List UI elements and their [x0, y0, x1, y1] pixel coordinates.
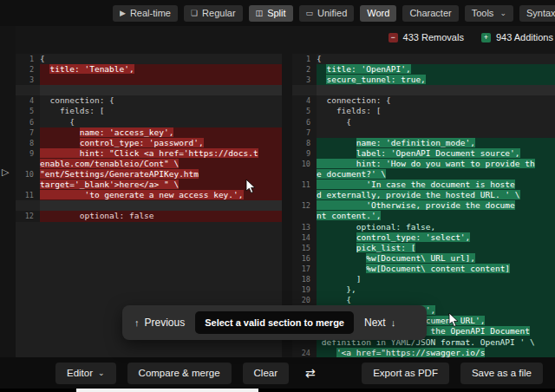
- mouse-cursor-icon: [245, 179, 256, 194]
- export-pdf-button[interactable]: Export as PDF: [362, 363, 449, 384]
- code-line: %w[Document\ content content]: [317, 264, 555, 274]
- line-number: 4: [16, 95, 40, 106]
- diff-row[interactable]: 12 optional: false: [16, 211, 282, 221]
- diff-row[interactable]: 11 'to generate a new access key.',: [16, 190, 282, 200]
- previous-change-button[interactable]: ↑ Previous: [134, 317, 185, 329]
- additions-stat: + 943 Additions: [481, 32, 553, 42]
- line-number: 2: [16, 64, 40, 75]
- code-line: hint: "Click <a href='https://docs.t: [40, 148, 282, 159]
- line-number: 9: [292, 148, 317, 159]
- diff-row[interactable]: 24 '<a href="https://swagger.io/s: [292, 348, 555, 357]
- diff-row[interactable]: 1{: [292, 54, 555, 64]
- diff-row[interactable]: 6 {: [16, 117, 282, 127]
- code-line: {: [317, 54, 555, 64]
- chevron-down-icon: ⌄: [500, 9, 506, 17]
- swap-panes-icon[interactable]: ⇄: [300, 363, 321, 384]
- diff-row[interactable]: 12 'Otherwise, provide the docume: [292, 200, 555, 211]
- compare-merge-button[interactable]: Compare & merge: [127, 363, 232, 384]
- toolbar-button-split[interactable]: ◫Split: [249, 5, 293, 22]
- diff-checker-app: ▶Real-time❏Regular◫Split▭UnifiedWordChar…: [0, 0, 555, 392]
- diff-row[interactable]: 3 secure_tunnel: true,: [292, 75, 555, 85]
- code-line: d externally, provide the hosted URL. ' …: [317, 190, 555, 200]
- horizontal-scrollbar[interactable]: [0, 389, 555, 392]
- diff-row[interactable]: 10"ent/Settings/GenerateAPIKey.htm: [16, 169, 282, 180]
- code-line: [40, 200, 282, 211]
- code-line: title: 'OpenAPI',: [317, 64, 555, 75]
- code-line: [40, 85, 282, 95]
- code-line: e document?' \: [317, 169, 555, 180]
- toolbar-button-unified[interactable]: ▭Unified: [299, 5, 355, 22]
- diff-row[interactable]: 19 },: [292, 284, 555, 295]
- diff-row[interactable]: 7: [292, 127, 555, 138]
- diff-row[interactable]: 10 hint: 'How do you want to provide th: [292, 159, 555, 169]
- line-number: 4: [292, 95, 317, 106]
- diff-row[interactable]: 14 control_type: 'select',: [292, 232, 555, 243]
- code-line: pick_list: [: [317, 243, 555, 253]
- removals-count: 433 Removals: [403, 32, 464, 42]
- next-change-button[interactable]: Next ↓: [364, 317, 395, 329]
- diff-row[interactable]: enable.com/tenableio/Cont" \: [16, 159, 282, 169]
- diff-row[interactable]: 8 control_type: 'password',: [16, 138, 282, 148]
- editor-label: Editor: [67, 368, 93, 378]
- editor-menu-button[interactable]: Editor ⌄: [56, 363, 116, 384]
- code-line: hint: 'How do you want to provide th: [317, 159, 555, 169]
- diff-row[interactable]: 4 connection: {: [16, 95, 282, 106]
- code-line: {: [40, 117, 282, 127]
- square-icon: ❏: [191, 10, 198, 17]
- play-screen-icon: ▶: [120, 10, 126, 17]
- code-line: {: [40, 54, 282, 64]
- diff-row[interactable]: d externally, provide the hosted URL. ' …: [292, 190, 555, 200]
- diff-row[interactable]: 13 optional: false,: [292, 222, 555, 232]
- up-arrow-icon: ↑: [134, 317, 140, 328]
- diff-row[interactable]: nt content.',: [292, 211, 555, 221]
- diff-row[interactable]: 2 title: 'OpenAPI',: [292, 64, 555, 75]
- diff-row[interactable]: [292, 85, 555, 95]
- diff-row[interactable]: 9 hint: "Click <a href='https://docs.t: [16, 148, 282, 159]
- diff-row[interactable]: [16, 200, 282, 211]
- diff-row[interactable]: 18 ]: [292, 274, 555, 284]
- diff-row[interactable]: 9 label: 'OpenAPI Document source',: [292, 148, 555, 159]
- diff-row[interactable]: 5 fields: [: [16, 106, 282, 116]
- diff-row[interactable]: 4 connection: {: [292, 95, 555, 106]
- diff-row[interactable]: 20 {: [292, 295, 555, 305]
- toolbar-button-label: Word: [367, 8, 389, 18]
- diff-row[interactable]: 6 {: [292, 117, 555, 127]
- clear-button[interactable]: Clear: [243, 363, 289, 384]
- save-file-button[interactable]: Save as a file: [460, 363, 543, 384]
- diff-row[interactable]: 1{: [16, 54, 282, 64]
- toolbar-button-real-time[interactable]: ▶Real-time: [113, 5, 178, 22]
- diff-row[interactable]: 15 pick_list: [: [292, 243, 555, 253]
- diff-row[interactable]: 11 'In case the document is hoste: [292, 180, 555, 190]
- toolbar-button-syntax[interactable]: Syntax⌄: [519, 5, 555, 22]
- toolbar-button-regular[interactable]: ❏Regular: [184, 5, 243, 22]
- toolbar-button-word[interactable]: Word: [360, 5, 396, 22]
- diff-row[interactable]: e document?' \: [292, 169, 555, 180]
- diff-row[interactable]: 7 name: 'access_key',: [16, 127, 282, 138]
- code-line: title: 'Tenable',: [40, 64, 282, 75]
- toolbar-button-tools[interactable]: Tools⌄: [465, 5, 513, 22]
- collapse-panel-arrow-icon[interactable]: ▷: [2, 167, 9, 178]
- code-line: {: [317, 117, 555, 127]
- diff-row[interactable]: 3: [16, 75, 282, 85]
- diff-row[interactable]: 8 name: 'definition_mode',: [292, 138, 555, 148]
- merge-tooltip: Select a valid section to merge: [195, 311, 354, 334]
- code-line: '<a href="https://swagger.io/s: [317, 348, 555, 357]
- diff-row[interactable]: target='_blank'>here</a> " \: [16, 180, 282, 190]
- diff-row[interactable]: 17 %w[Document\ content content]: [292, 264, 555, 274]
- line-number: 12: [292, 200, 317, 211]
- diff-row[interactable]: 5 fields: [: [292, 106, 555, 116]
- code-line: nt content.',: [317, 211, 555, 221]
- scrollbar-thumb[interactable]: [76, 389, 258, 392]
- diff-row[interactable]: 16 %w[Document\ URL url],: [292, 253, 555, 264]
- view-toolbar: ▶Real-time❏Regular◫Split▭UnifiedWordChar…: [0, 0, 555, 26]
- toolbar-button-character[interactable]: Character: [402, 5, 458, 22]
- diff-row[interactable]: [16, 85, 282, 95]
- code-line: optional: false: [40, 211, 282, 221]
- diff-row[interactable]: 2 title: 'Tenable',: [16, 64, 282, 75]
- code-line: control_type: 'password',: [40, 138, 282, 148]
- previous-label: Previous: [145, 317, 186, 329]
- code-line: optional: false,: [317, 222, 555, 232]
- code-line: [317, 85, 555, 95]
- removals-icon: −: [388, 33, 398, 42]
- line-number: [292, 169, 317, 180]
